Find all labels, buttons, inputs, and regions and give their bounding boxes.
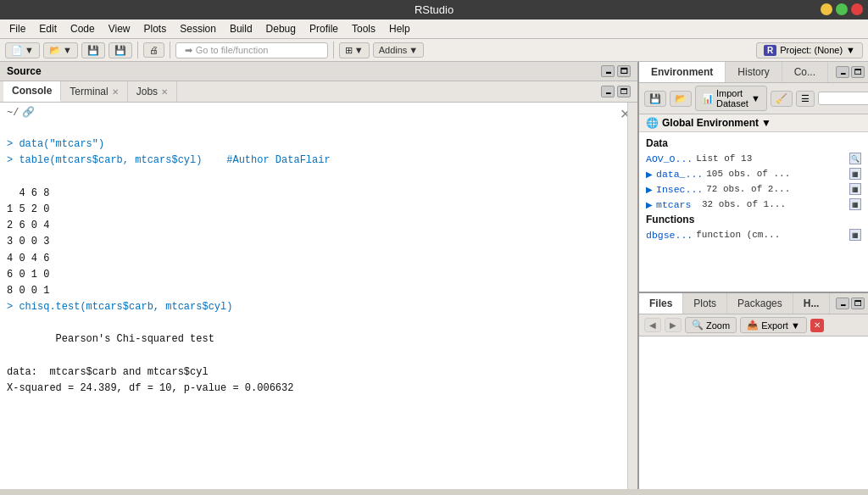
env-row-data[interactable]: ▶ data_... 105 obs. of ... ▦: [639, 166, 868, 181]
open-file-button[interactable]: 📂 ▼: [43, 42, 78, 58]
env-list-button[interactable]: ☰: [796, 91, 815, 107]
tab-jobs-close[interactable]: ✕: [161, 87, 168, 97]
env-clear-button[interactable]: 🧹: [771, 91, 793, 107]
export-button[interactable]: 📤 Export ▼: [740, 317, 807, 333]
env-grid-mtcars[interactable]: ▦: [849, 198, 861, 210]
globe-icon: 🌐: [646, 117, 659, 129]
env-name-data: data_...: [656, 169, 703, 180]
project-label: Project: (None): [780, 45, 843, 55]
tab-history[interactable]: History: [726, 62, 782, 82]
env-row-aov[interactable]: AOV_O... List of 13 🔍: [639, 151, 868, 166]
console-maximize-button[interactable]: 🗖: [617, 86, 631, 97]
console-area[interactable]: ~/ 🔗 > data("mtcars") > table(mtcars$car…: [0, 103, 637, 489]
console-scrollbar[interactable]: [627, 103, 637, 489]
save-all-button[interactable]: 💾: [108, 42, 132, 58]
grid-button[interactable]: ⊞ ▼: [339, 42, 370, 58]
source-maximize-button[interactable]: 🗖: [617, 65, 631, 77]
env-value-data: 105 obs. of ...: [706, 169, 846, 179]
menu-file[interactable]: File: [3, 21, 31, 36]
env-search-input[interactable]: [818, 92, 868, 105]
export-icon: 📤: [747, 320, 759, 331]
env-save-button[interactable]: 💾: [644, 91, 666, 107]
env-load-button[interactable]: 📂: [670, 91, 692, 107]
env-grid-dbgse[interactable]: ▦: [849, 229, 861, 241]
files-minimize-button[interactable]: 🗕: [836, 298, 849, 309]
import-icon: 📊: [702, 93, 714, 104]
files-maximize-button[interactable]: 🗖: [851, 298, 865, 309]
env-name-aov: AOV_O...: [646, 153, 693, 164]
console-line-1: > data("mtcars"): [7, 138, 104, 150]
env-row-mtcars[interactable]: ▶ mtcars 32 obs. of 1... ▦: [639, 197, 868, 212]
console-line-11: > chisq.test(mtcars$carb, mtcars$cyl): [7, 301, 232, 313]
toolbar-separator-1: [137, 42, 138, 58]
tab-environment-label: Environment: [651, 66, 713, 78]
tab-terminal-close[interactable]: ✕: [112, 87, 119, 97]
menu-view[interactable]: View: [103, 21, 136, 36]
import-dataset-button[interactable]: 📊 Import Dataset ▼: [695, 86, 767, 111]
tab-terminal[interactable]: Terminal ✕: [61, 81, 127, 102]
tab-packages[interactable]: Packages: [727, 293, 793, 314]
minimize-button[interactable]: [821, 3, 832, 15]
tab-console-label: Console: [12, 85, 52, 97]
print-button[interactable]: 🖨: [143, 42, 164, 58]
env-grid-insec[interactable]: ▦: [849, 183, 861, 195]
left-panel: Source 🗕 🗖 Console Terminal ✕ Jobs ✕: [0, 62, 639, 489]
tab-plots[interactable]: Plots: [683, 293, 727, 314]
console-minimize-button[interactable]: 🗕: [601, 86, 615, 97]
close-button[interactable]: [851, 3, 863, 15]
tab-files[interactable]: Files: [639, 293, 683, 314]
menu-tools[interactable]: Tools: [346, 21, 381, 36]
env-grid-data[interactable]: ▦: [849, 168, 861, 180]
env-search-aov[interactable]: 🔍: [849, 153, 861, 164]
tab-jobs-label: Jobs: [136, 86, 158, 97]
menu-debug[interactable]: Debug: [260, 21, 302, 36]
env-row-insec[interactable]: ▶ Insec... 72 obs. of 2... ▦: [639, 181, 868, 197]
goto-input[interactable]: ➡ Go to file/function: [175, 42, 328, 58]
plot-back-button[interactable]: ◀: [644, 318, 661, 332]
env-value-mtcars: 32 obs. of 1...: [702, 199, 846, 209]
tab-jobs[interactable]: Jobs ✕: [128, 81, 177, 102]
env-row-dbgse[interactable]: dbgse... function (cm... ▦: [639, 227, 868, 242]
files-panel-controls: 🗕 🗖: [836, 298, 868, 309]
source-minimize-button[interactable]: 🗕: [601, 65, 615, 77]
menu-profile[interactable]: Profile: [303, 21, 344, 36]
title-bar: RStudio: [0, 0, 868, 19]
tab-console[interactable]: Console: [3, 81, 61, 102]
source-panel-header: Source 🗕 🗖: [0, 62, 637, 81]
new-file-button[interactable]: 📄 ▼: [5, 42, 40, 58]
window-controls[interactable]: [821, 3, 863, 15]
console-line-16: X-squared = 24.389, df = 10, p-value = 0…: [7, 382, 293, 394]
menu-build[interactable]: Build: [224, 21, 259, 36]
menu-help[interactable]: Help: [383, 21, 416, 36]
close-plot-button[interactable]: ✕: [810, 319, 824, 332]
env-minimize-button[interactable]: 🗕: [836, 66, 849, 78]
console-tabs-group: Console Terminal ✕ Jobs ✕: [3, 81, 177, 102]
global-env-selector[interactable]: Global Environment ▼: [662, 117, 771, 129]
console-path: ~/ 🔗: [0, 103, 637, 120]
console-line-6: 2 6 0 4: [7, 220, 49, 231]
save-button[interactable]: 💾: [81, 42, 105, 58]
menu-edit[interactable]: Edit: [33, 21, 63, 36]
env-maximize-button[interactable]: 🗖: [851, 66, 865, 78]
tab-help[interactable]: H...: [793, 293, 831, 314]
maximize-button[interactable]: [836, 3, 848, 15]
path-link-icon: 🔗: [22, 106, 35, 119]
env-arrow-mtcars: ▶: [646, 200, 653, 209]
menu-plots[interactable]: Plots: [138, 21, 173, 36]
console-line-8: 4 0 4 6: [7, 253, 49, 264]
tab-environment[interactable]: Environment: [639, 62, 726, 82]
tab-connections[interactable]: Co...: [782, 62, 828, 82]
zoom-icon: 🔍: [692, 320, 704, 331]
plot-forward-button[interactable]: ▶: [665, 318, 682, 332]
env-name-dbgse: dbgse...: [646, 230, 693, 241]
menu-session[interactable]: Session: [174, 21, 222, 36]
menu-code[interactable]: Code: [64, 21, 101, 36]
grid-dropdown-arrow: ▼: [354, 45, 364, 55]
tab-packages-label: Packages: [737, 298, 782, 309]
addins-button[interactable]: Addins ▼: [373, 42, 425, 58]
data-section-header: Data: [639, 136, 868, 151]
zoom-button[interactable]: 🔍 Zoom: [685, 317, 737, 333]
env-panel-controls: 🗕 🗖: [836, 66, 868, 78]
project-selector[interactable]: R Project: (None) ▼: [756, 42, 863, 58]
list-icon: ☰: [801, 93, 810, 104]
